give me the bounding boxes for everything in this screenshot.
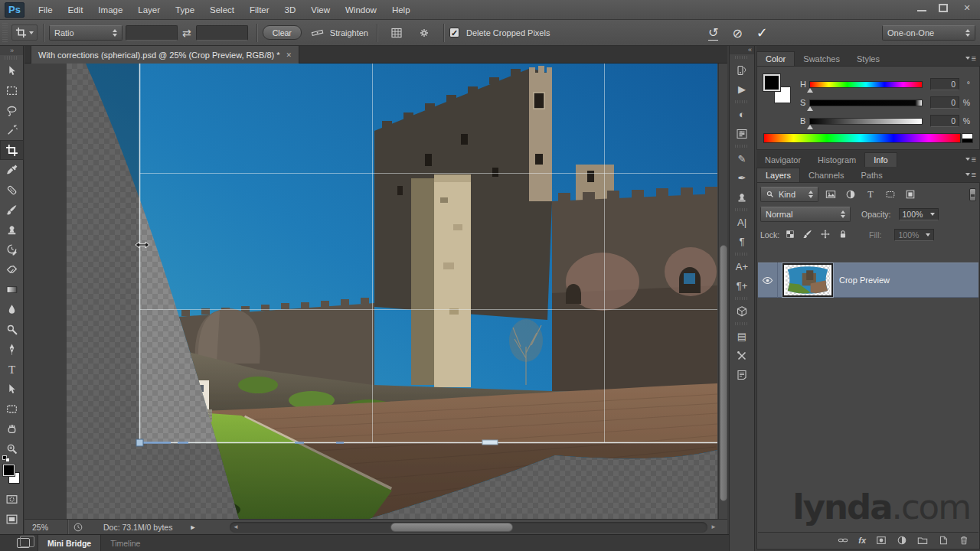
layer-name[interactable]: Crop Preview — [839, 276, 890, 285]
tool-crop[interactable] — [0, 140, 24, 160]
vertical-scrollbar[interactable] — [718, 64, 727, 519]
menu-view[interactable]: View — [303, 0, 338, 20]
tool-brush[interactable] — [0, 200, 24, 220]
tool-rectangle[interactable] — [0, 399, 24, 419]
panel-menu-icon[interactable]: ≡ — [965, 155, 975, 164]
fill-field[interactable]: 100% — [894, 229, 934, 241]
horizontal-scrollbar-thumb[interactable] — [390, 523, 513, 532]
saturation-slider[interactable] — [809, 99, 923, 106]
paragraph-panel-icon[interactable]: ¶ — [730, 232, 754, 251]
character-styles-panel-icon[interactable]: A+ — [730, 257, 754, 276]
character-panel-icon[interactable]: A| — [730, 213, 754, 232]
toolbar-grip[interactable] — [5, 56, 18, 60]
straighten-icon[interactable] — [311, 26, 324, 39]
tool-spot-healing[interactable] — [0, 180, 24, 200]
ratio-select[interactable]: Ratio — [49, 25, 122, 41]
tool-presets-panel-icon[interactable]: ✒ — [730, 168, 754, 187]
crop-overlay-icon[interactable] — [390, 27, 403, 39]
tool-gradient[interactable] — [0, 279, 24, 299]
spectrum-bw-swatches[interactable] — [962, 133, 973, 143]
tools-panel-icon[interactable] — [730, 346, 754, 365]
brush-presets-panel-icon[interactable]: ✎ — [730, 149, 754, 168]
scroll-right-icon[interactable]: ► — [710, 523, 717, 530]
layer-thumbnail[interactable] — [782, 263, 833, 297]
tab-styles[interactable]: Styles — [848, 52, 888, 66]
filter-type-icon[interactable] — [863, 187, 878, 201]
tool-dodge[interactable] — [0, 319, 24, 339]
menu-edit[interactable]: Edit — [60, 0, 91, 20]
status-clock-icon[interactable] — [73, 522, 83, 533]
swap-dimensions-icon[interactable]: ⇄ — [182, 27, 191, 39]
menu-select[interactable]: Select — [202, 0, 242, 20]
filter-smart-object-icon[interactable] — [903, 187, 918, 201]
cancel-crop-icon[interactable]: ⊘ — [732, 26, 742, 41]
tab-channels[interactable]: Channels — [800, 168, 852, 182]
tool-blur[interactable] — [0, 299, 24, 319]
tab-color[interactable]: Color — [756, 51, 795, 66]
crop-options-gear-icon[interactable] — [418, 27, 430, 39]
tab-histogram[interactable]: Histogram — [809, 153, 864, 167]
dock-collapse-icon[interactable]: « — [730, 46, 754, 54]
history-panel-icon[interactable] — [730, 60, 754, 80]
foreground-swatch[interactable] — [763, 74, 780, 91]
new-adjustment-layer-icon[interactable] — [897, 535, 907, 546]
filter-image-icon[interactable] — [823, 187, 838, 201]
options-grip[interactable] — [2, 23, 8, 43]
menu-image[interactable]: Image — [90, 0, 130, 20]
tab-close-icon[interactable]: ✕ — [286, 51, 292, 59]
filter-shape-icon[interactable] — [883, 187, 898, 201]
filter-toggle-switch[interactable] — [969, 188, 976, 201]
link-layers-icon[interactable] — [838, 535, 848, 546]
properties-panel-icon[interactable]: ▤ — [730, 327, 754, 346]
zoom-level[interactable]: 25% — [32, 523, 63, 532]
crop-width-field[interactable] — [126, 25, 178, 41]
lock-transparency-icon[interactable] — [785, 229, 797, 241]
menu-file[interactable]: File — [31, 0, 60, 20]
reset-crop-icon[interactable]: ↺ — [708, 25, 718, 41]
adjustments-panel-icon[interactable]: ◐ — [730, 105, 754, 124]
crop-height-field[interactable] — [196, 25, 248, 41]
menu-help[interactable]: Help — [384, 0, 418, 20]
menu-type[interactable]: Type — [168, 0, 202, 20]
status-flyout-icon[interactable]: ► — [189, 523, 196, 531]
quick-mask-button[interactable] — [0, 489, 24, 509]
menu-3d[interactable]: 3D — [277, 0, 304, 20]
delete-cropped-pixels-label[interactable]: Delete Cropped Pixels — [466, 28, 550, 37]
tool-hand[interactable] — [0, 419, 24, 439]
blend-mode-select[interactable]: Normal — [760, 207, 851, 222]
lock-pixels-icon[interactable] — [802, 229, 815, 241]
color-spectrum-ramp[interactable] — [763, 133, 961, 143]
menu-filter[interactable]: Filter — [242, 0, 277, 20]
tool-eyedropper[interactable] — [0, 160, 24, 180]
3d-panel-icon[interactable] — [730, 302, 754, 321]
document-canvas[interactable] — [67, 64, 717, 519]
new-layer-icon[interactable] — [938, 535, 949, 546]
minimize-button[interactable] — [917, 4, 926, 11]
screen-mode-button[interactable] — [0, 509, 24, 529]
hue-slider[interactable] — [809, 81, 923, 88]
delete-cropped-pixels-checkbox[interactable]: ✓ — [449, 28, 459, 37]
tool-rectangular-marquee[interactable] — [0, 80, 24, 100]
new-group-icon[interactable] — [917, 535, 928, 546]
clone-source-panel-icon[interactable] — [730, 187, 754, 207]
tab-paths[interactable]: Paths — [853, 168, 891, 182]
tab-mini-bridge[interactable]: Mini Bridge — [38, 535, 101, 551]
close-button[interactable]: ✕ — [960, 2, 974, 13]
commit-crop-icon[interactable]: ✓ — [756, 24, 768, 41]
tool-clone-stamp[interactable] — [0, 220, 24, 240]
filter-kind-select[interactable]: Kind — [760, 187, 818, 202]
tool-preset-picker[interactable] — [11, 24, 38, 41]
default-colors-icon[interactable] — [2, 455, 10, 462]
actions-panel-icon[interactable]: ▶ — [730, 80, 754, 99]
tab-layers[interactable]: Layers — [756, 168, 800, 182]
saturation-value[interactable]: 0 — [930, 96, 959, 109]
menu-window[interactable]: Window — [338, 0, 384, 20]
delete-layer-icon[interactable] — [959, 535, 969, 546]
brightness-slider[interactable] — [809, 118, 923, 125]
menu-layer[interactable]: Layer — [130, 0, 168, 20]
tab-navigator[interactable]: Navigator — [756, 153, 809, 167]
tab-info[interactable]: Info — [864, 152, 897, 167]
workspace-select[interactable]: One-on-One — [882, 25, 975, 41]
lock-position-icon[interactable] — [820, 229, 832, 241]
maximize-button[interactable] — [939, 4, 948, 12]
